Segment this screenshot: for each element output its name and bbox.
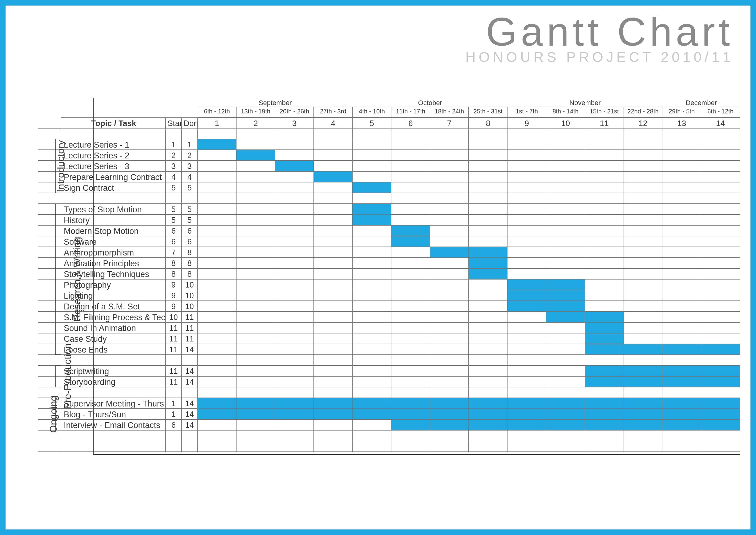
gantt-cell <box>430 419 469 430</box>
gantt-bar <box>236 409 275 419</box>
gantt-cell <box>701 204 740 214</box>
gantt-bar <box>624 398 662 408</box>
gantt-bar <box>624 344 662 354</box>
gantt-cell <box>585 290 624 301</box>
column-start-header: Start <box>166 118 181 129</box>
gantt-cell <box>507 214 546 225</box>
gantt-cell <box>353 258 392 268</box>
task-row: Storytelling Techniques88 <box>38 268 740 279</box>
gantt-cell <box>430 139 469 150</box>
gantt-cell <box>662 301 701 312</box>
gantt-cell <box>392 344 430 355</box>
task-start: 11 <box>166 344 181 355</box>
gantt-bar <box>701 420 740 430</box>
gantt-cell <box>662 365 701 376</box>
gantt-bar <box>275 161 314 171</box>
gantt-cell <box>546 150 585 160</box>
gantt-cell <box>585 344 624 355</box>
gantt-cell <box>198 344 236 355</box>
gantt-cell <box>701 290 740 301</box>
gantt-cell <box>275 150 314 160</box>
gantt-cell <box>236 214 275 225</box>
gantt-cell <box>546 247 585 258</box>
date-range: 1st - 7th <box>507 107 546 117</box>
task-done: 10 <box>182 301 197 312</box>
gantt-cell <box>314 214 353 225</box>
gantt-cell <box>662 279 701 290</box>
gantt-cell <box>198 365 236 376</box>
date-range: 8th - 14th <box>546 107 585 117</box>
gantt-cell <box>392 333 430 344</box>
gantt-cell <box>314 290 353 301</box>
gantt-cell <box>546 376 585 387</box>
gantt-cell <box>392 236 430 247</box>
task-done: 4 <box>182 172 197 183</box>
gantt-cell <box>198 139 236 150</box>
date-range: 27th - 3rd <box>314 107 353 117</box>
gantt-cell <box>546 408 585 419</box>
task-done: 11 <box>182 312 197 323</box>
gantt-cell <box>430 376 469 387</box>
gantt-bar <box>198 409 236 419</box>
gantt-bar <box>546 420 585 430</box>
gantt-cell <box>585 236 624 247</box>
gantt-cell <box>198 247 236 258</box>
gantt-bar <box>353 215 391 225</box>
task-done: 3 <box>182 161 197 172</box>
task-name: Interview - Email Contacts <box>61 420 165 431</box>
gantt-cell <box>198 408 236 419</box>
week-number: 4 <box>314 117 353 128</box>
task-name: Lecture Series - 3 <box>61 161 165 172</box>
gantt-cell <box>469 365 507 376</box>
gantt-cell <box>624 171 663 182</box>
gantt-bar <box>275 409 314 419</box>
gantt-cell <box>353 333 392 344</box>
category-name: Pre-Production <box>62 343 73 409</box>
gantt-cell <box>662 150 701 160</box>
gantt-cell <box>198 279 236 290</box>
gantt-bar <box>507 290 546 300</box>
gantt-cell <box>624 279 663 290</box>
gantt-bar <box>662 344 701 354</box>
task-start: 11 <box>166 333 181 344</box>
gantt-cell <box>353 290 392 301</box>
gantt-cell <box>392 419 430 430</box>
gantt-cell <box>585 258 624 268</box>
gantt-cell <box>236 312 275 323</box>
gantt-bar <box>585 409 624 419</box>
gantt-cell <box>353 344 392 355</box>
gantt-cell <box>507 376 546 387</box>
gantt-bar <box>314 398 352 408</box>
gantt-cell <box>314 301 353 312</box>
gantt-cell <box>662 247 701 258</box>
gantt-cell <box>546 268 585 279</box>
week-number: 11 <box>585 117 624 128</box>
task-name: Modern Stop Motion <box>61 226 165 237</box>
gantt-cell <box>585 225 624 236</box>
gantt-cell <box>430 365 469 376</box>
gantt-cell <box>353 247 392 258</box>
task-start: 5 <box>166 215 181 226</box>
week-number: 9 <box>507 117 546 128</box>
gantt-cell <box>507 344 546 355</box>
gantt-cell <box>430 301 469 312</box>
gantt-cell <box>624 225 663 236</box>
gantt-cell <box>314 258 353 268</box>
gantt-cell <box>353 160 392 171</box>
gantt-cell <box>662 312 701 323</box>
gantt-cell <box>353 150 392 160</box>
gantt-cell <box>546 312 585 323</box>
task-row: Software66 <box>38 236 740 247</box>
gantt-cell <box>314 398 353 408</box>
task-start: 1 <box>166 139 181 150</box>
gantt-cell <box>585 150 624 160</box>
gantt-bar <box>585 398 624 408</box>
gantt-cell <box>430 150 469 160</box>
gantt-cell <box>198 204 236 214</box>
gantt-cell <box>275 182 314 193</box>
task-done: 14 <box>182 409 197 420</box>
task-start: 1 <box>166 409 181 420</box>
task-row: Blog - Thurs/Sun114 <box>38 408 740 419</box>
task-start: 6 <box>166 420 181 431</box>
gantt-cell <box>624 139 663 150</box>
